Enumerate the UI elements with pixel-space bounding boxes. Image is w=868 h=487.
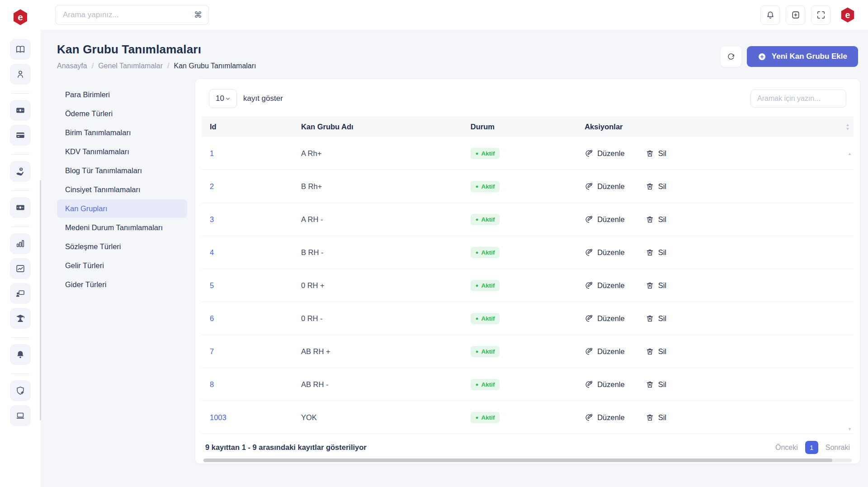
table-row: 8 AB RH - ●Aktif Düzenle [202,368,854,401]
global-search[interactable]: ⌘ [55,5,209,25]
menu-item[interactable]: Gelir Türleri [57,256,187,275]
pagination: Önceki 1 Sonraki [775,441,850,454]
next-page-button[interactable]: Sonraki [826,444,850,452]
breadcrumb-home[interactable]: Anasayfa [57,62,87,70]
row-id-link[interactable]: 4 [210,248,214,256]
trash-icon [646,248,654,257]
menu-item[interactable]: Cinsiyet Tanımlamaları [57,180,187,199]
refresh-button[interactable] [721,46,741,67]
scroll-up-icon[interactable]: ▲ [848,151,852,156]
column-header-id[interactable]: Id [202,123,293,131]
rail-divider [11,93,29,94]
profile-avatar[interactable]: e [839,6,856,24]
cash-icon[interactable] [10,197,31,218]
edit-button[interactable]: Düzenle [585,215,625,224]
trash-icon [646,182,654,191]
hand-coin-icon[interactable]: $ [10,161,31,182]
delete-button[interactable]: Sil [646,149,666,158]
row-id-link[interactable]: 3 [210,215,214,223]
row-id-link[interactable]: 1 [210,149,214,157]
rail-divider [11,190,29,191]
user-icon[interactable] [10,64,31,85]
row-id-link[interactable]: 6 [210,314,214,322]
menu-item[interactable]: Kan Grupları [57,199,187,218]
page-length-select[interactable]: 10 [209,89,237,108]
trash-icon [646,347,654,356]
status-dot-icon: ● [476,184,479,189]
presentation-icon[interactable] [10,283,31,304]
graduate-icon[interactable] [10,308,31,329]
menu-item[interactable]: Ödeme Türleri [57,104,187,123]
menu-item[interactable]: Birim Tanımlamaları [57,123,187,142]
plus-circle-icon [758,52,766,61]
table-row: 1003 YOK ●Aktif Düzenle [202,401,854,434]
laptop-icon[interactable] [10,405,31,426]
global-search-input[interactable] [63,10,190,19]
rail-divider [11,154,29,155]
edit-button[interactable]: Düzenle [585,281,625,290]
menu-item[interactable]: Medeni Durum Tanımlamaları [57,218,187,237]
edit-button[interactable]: Düzenle [585,413,625,422]
current-page-button[interactable]: 1 [805,441,818,454]
status-badge: ●Aktif [471,412,500,423]
edit-button[interactable]: Düzenle [585,182,625,191]
breadcrumb-current: Kan Grubu Tanımlamaları [174,62,256,70]
delete-button[interactable]: Sil [646,413,666,422]
shield-gear-icon[interactable] [10,380,31,401]
delete-button[interactable]: Sil [646,314,666,323]
horizontal-scrollbar-thumb[interactable] [203,459,832,462]
table-row: 2 B Rh+ ●Aktif Düzenle [202,170,854,203]
delete-button[interactable]: Sil [646,380,666,389]
menu-item[interactable]: Gider Türleri [57,275,187,294]
edit-button[interactable]: Düzenle [585,314,625,323]
delete-button[interactable]: Sil [646,248,666,257]
line-chart-icon[interactable] [10,258,31,279]
column-header-name[interactable]: Kan Grubu Adı [293,123,462,131]
row-id-link[interactable]: 8 [210,380,214,388]
edit-icon [585,215,593,224]
row-id-link[interactable]: 2 [210,182,214,190]
edit-button[interactable]: Düzenle [585,380,625,389]
previous-page-button[interactable]: Önceki [775,444,798,452]
status-dot-icon: ● [476,250,479,255]
cash-icon[interactable] [10,100,31,121]
sidebar-scrollbar[interactable] [40,180,41,421]
book-icon[interactable] [10,39,31,60]
fullscreen-button[interactable] [811,5,830,25]
quick-add-button[interactable] [786,5,805,25]
edit-button[interactable]: Düzenle [585,347,625,356]
table-search-input[interactable] [750,90,846,108]
row-id-link[interactable]: 1003 [210,413,226,421]
edit-button[interactable]: Düzenle [585,149,625,158]
sort-icons[interactable]: ▲▼ [842,123,854,131]
definitions-menu: Para Birimleri Ödeme Türleri Birim Tanım… [57,79,187,294]
add-blood-group-button[interactable]: Yeni Kan Grubu Ekle [747,46,858,67]
edit-button[interactable]: Düzenle [585,248,625,257]
bell-icon[interactable] [10,344,31,365]
bar-chart-icon[interactable] [10,233,31,254]
scroll-down-icon[interactable]: ▼ [848,427,852,431]
delete-button[interactable]: Sil [646,347,666,356]
menu-item[interactable]: KDV Tanımlamaları [57,142,187,161]
notifications-button[interactable] [760,5,780,25]
menu-item[interactable]: Blog Tür Tanımlamaları [57,161,187,180]
delete-button[interactable]: Sil [646,182,666,191]
table-row: 1 A Rh+ ●Aktif Düzenle [202,137,854,170]
breadcrumb-parent[interactable]: Genel Tanımlamalar [98,62,163,70]
status-dot-icon: ● [476,382,479,387]
delete-button[interactable]: Sil [646,215,666,224]
row-id-link[interactable]: 7 [210,347,214,355]
column-header-status[interactable]: Durum [462,123,576,131]
app-logo[interactable]: e [11,8,29,26]
credit-card-icon[interactable] [10,125,31,146]
menu-item[interactable]: Sözleşme Türleri [57,237,187,256]
edit-icon [585,248,593,257]
menu-item[interactable]: Para Birimleri [57,85,187,104]
row-id-link[interactable]: 5 [210,281,214,289]
delete-button[interactable]: Sil [646,281,666,290]
row-name: 0 RH + [293,281,462,290]
row-name: 0 RH - [293,314,462,323]
icon-rail: e $ [0,0,41,487]
status-dot-icon: ● [476,316,479,321]
column-header-actions[interactable]: Aksiyonlar [576,123,772,131]
